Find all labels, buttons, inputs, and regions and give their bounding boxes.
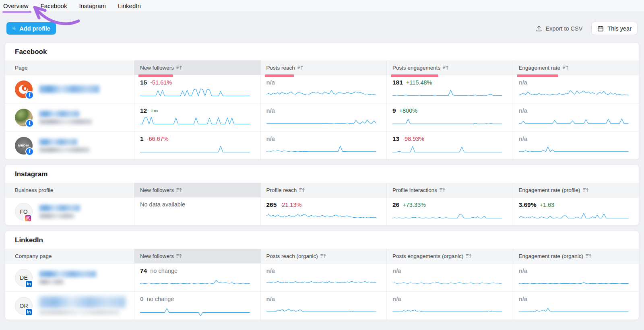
redacted-profile-name[interactable] [39,271,96,285]
profile-avatar: f [15,109,33,126]
trend-sparkline [266,274,376,285]
toolbar: + Add profile Export to CSV This year [0,12,644,42]
sort-icon [440,188,446,192]
section-title-instagram: Instagram [5,165,639,183]
tab-overview[interactable]: Overview [3,2,29,9]
column-header-posts-engagements-organic[interactable]: Posts engagements (organic) [386,249,513,263]
section-title-linkedin: LinkedIn [5,231,639,249]
metric-cell-new-followers: 12+∞ [134,103,260,131]
sort-icon [443,65,449,70]
column-header-posts-reach-organic[interactable]: Posts reach (organic) [260,249,387,263]
metric-cell-posts-reach: n/a [260,103,387,131]
redacted-profile-name[interactable] [39,139,90,153]
metric-cell-posts-engagements: 181+115.48% [386,75,513,103]
redacted-profile-name[interactable] [39,297,126,315]
trend-sparkline [266,209,376,219]
profile-avatar: OR in [15,297,33,315]
export-label: Export to CSV [545,25,582,32]
export-to-csv-button[interactable]: Export to CSV [536,25,582,32]
metric-cell-posts-engagements: 13-98.93% [386,132,513,159]
date-range-button[interactable]: This year [591,22,638,35]
trend-sparkline [519,274,629,285]
facebook-table-header: Page New followers Posts reach Posts eng… [5,60,639,75]
redacted-profile-name[interactable] [39,111,92,124]
column-header-profile-reach[interactable]: Profile reach [260,183,387,197]
section-title-facebook: Facebook [5,43,639,60]
date-range-label: This year [607,25,632,32]
trend-sparkline [266,303,376,313]
add-profile-button[interactable]: + Add profile [6,22,56,35]
linkedin-badge-icon: in [25,308,33,316]
trend-sparkline [266,114,376,125]
column-header-engagement-rate-profile[interactable]: Engagement rate (profile) [513,183,639,197]
trend-sparkline [266,86,376,97]
metric-rank-bar [391,74,438,77]
column-header-engagement-rate[interactable]: Engagement rate [513,60,639,75]
trend-sparkline [392,115,502,125]
column-header-new-followers[interactable]: New followers [134,60,260,75]
metric-cell-profile-interactions: 26+73.33% [386,198,513,225]
table-row: OR in 0no change n/a n/a n/a [5,291,639,320]
profile-avatar: DE in [15,269,33,287]
column-header-profile-interactions[interactable]: Profile interactions [386,183,513,197]
metric-cell-posts-reach: n/a [260,132,387,159]
plus-icon: + [12,25,16,32]
trend-sparkline [519,86,629,97]
redacted-profile-name[interactable] [39,85,99,93]
table-row: DE in 74no change n/a n/a n/a [5,263,639,291]
facebook-badge-icon: f [25,91,34,99]
redacted-profile-name[interactable] [39,205,80,219]
sort-icon [466,254,472,258]
tab-linkedin[interactable]: LinkedIn [118,2,141,9]
sort-icon [299,188,305,192]
sort-icon [176,188,182,192]
metric-rank-bar [265,74,294,77]
linkedin-section-card: LinkedIn Company page New followers Post… [5,231,639,320]
metric-cell-engagement-rate: n/a [513,132,639,159]
metric-cell-engagement-rate-organic: n/a [513,292,639,320]
facebook-section-card: Facebook Page New followers Posts reach … [5,42,639,160]
trend-sparkline [392,274,502,285]
export-icon [536,25,542,32]
column-header-new-followers[interactable]: New followers [134,183,260,197]
column-header-new-followers[interactable]: New followers [134,249,260,263]
metric-cell-posts-engagements-organic: n/a [386,292,513,320]
sort-icon [297,65,303,70]
column-header-posts-reach[interactable]: Posts reach [260,60,387,75]
metric-cell-new-followers: 15-51.61% [134,75,260,103]
metric-cell-profile-reach: 265-21.13% [260,198,387,225]
metric-cell-posts-engagements-organic: n/a [386,264,513,291]
column-header-posts-engagements[interactable]: Posts engagements [386,60,513,75]
metric-cell-engagement-rate: n/a [513,75,639,103]
metric-cell-posts-reach-organic: n/a [260,292,387,320]
sort-icon [176,254,182,258]
trend-sparkline [140,143,250,153]
column-header-business-profile: Business profile [5,183,134,197]
trend-sparkline [140,275,250,285]
table-row: FO No data available 265-21.13% 26+73.33… [5,197,639,225]
column-header-engagement-rate-organic[interactable]: Engagement rate (organic) [513,249,639,263]
trend-sparkline [392,143,502,153]
tab-facebook[interactable]: Facebook [41,2,67,9]
trend-sparkline [392,303,502,313]
facebook-badge-icon: f [25,119,34,128]
metric-rank-bar [517,74,558,77]
trend-sparkline [392,87,502,97]
add-profile-label: Add profile [19,25,50,32]
metric-cell-engagement-rate-profile: 3.69%+1.63 [513,198,639,225]
sort-icon [320,254,326,258]
column-header-page: Page [5,60,134,75]
metric-cell-new-followers: 0no change [134,292,260,320]
sort-icon [176,65,182,70]
profile-avatar: f [15,80,33,98]
table-row: f 12+∞ n/a 9+800% n/a [5,103,639,131]
table-row: MEDIA f 1-66.67% n/a 13-98.93% n/a [5,131,639,159]
facebook-badge-icon: f [25,147,34,156]
tab-instagram[interactable]: Instagram [79,2,106,9]
purple-marker-underline [2,11,31,13]
trend-sparkline [392,209,502,219]
linkedin-table-header: Company page New followers Posts reach (… [5,249,639,263]
instagram-badge-icon [24,214,32,222]
metric-cell-new-followers: No data available [134,198,260,225]
instagram-table-header: Business profile New followers Profile r… [5,183,639,197]
